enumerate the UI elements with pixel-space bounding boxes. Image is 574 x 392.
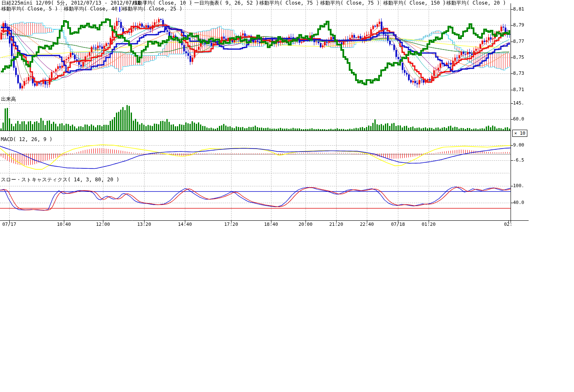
legend-item: 移動平均( Close, 20 ): [446, 0, 506, 6]
legend-cursor: [119, 7, 120, 12]
y-axis-label: 8,73: [513, 71, 524, 76]
chart-canvas[interactable]: [0, 0, 529, 231]
legend-item: 移動平均( Close, 150 ): [383, 0, 446, 6]
legend-item: 移動平均( Close, 75 ): [259, 0, 319, 6]
y-axis-label: 8,81: [513, 7, 524, 12]
legend-separator: [191, 0, 192, 6]
legend-item: 移動平均( Close, 40 ): [64, 6, 124, 12]
volume-panel-label: 出来高: [1, 97, 16, 102]
y-axis-label: 8,79: [513, 23, 524, 28]
legend-separator: [256, 0, 257, 6]
y-axis-label: 8,77: [513, 39, 524, 44]
macd-panel-label: MACD( 12, 26, 9 ): [1, 137, 53, 142]
volume-multiplier-box: × 10: [512, 130, 527, 137]
legend-separator: [117, 6, 117, 12]
legend-item: 移動平均( Close, 25 ): [123, 6, 182, 12]
legend-separator: [61, 6, 61, 12]
y-axis-label: -6.5: [513, 158, 524, 163]
y-axis-label: 8,75: [513, 55, 524, 60]
y-axis-label: 145.: [513, 101, 524, 106]
legend-separator: [443, 0, 444, 6]
stochastics-panel-label: スロー・ストキャスティクス( 14, 3, 80, 20 ): [1, 177, 119, 183]
y-axis-label: 8,71: [513, 87, 524, 92]
y-axis-label: 9.00: [513, 143, 524, 148]
y-axis-label: 60.0: [513, 117, 524, 122]
legend-item: 一目均衡表( 9, 26, 52 ): [194, 0, 259, 6]
legend-separator: [380, 0, 381, 6]
chart-window: 日経225mini 12/09( 5分, 2012/07/13 - 2012/0…: [0, 0, 574, 392]
legend-item: 移動平均( Close, 75 ): [320, 0, 380, 6]
legend-item: 移動平均( Close, 10 ): [132, 0, 192, 6]
legend-separator: [317, 0, 318, 6]
y-axis-label: 40.0: [513, 200, 524, 205]
legend-item: 移動平均( Close, 5 ): [1, 6, 58, 12]
y-axis-label: 100.: [513, 183, 524, 188]
legend-separator: [129, 0, 130, 6]
chart-title: 日経225mini 12/09( 5分, 2012/07/13 - 2012/0…: [1, 0, 147, 6]
